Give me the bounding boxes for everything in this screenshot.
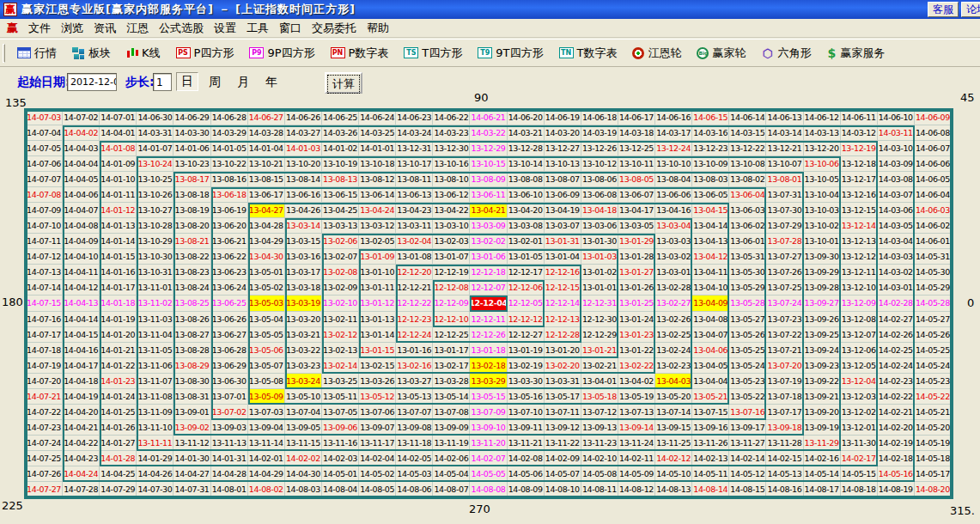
grid-cell[interactable]: 13-12-08 <box>841 312 878 327</box>
grid-cell[interactable]: 13-08-20 <box>173 218 210 234</box>
grid-cell[interactable]: 14-01-03 <box>285 141 322 156</box>
menu-item-gann[interactable]: 江恩 <box>121 19 154 38</box>
grid-cell[interactable]: 14-08-16 <box>766 482 803 497</box>
grid-cell[interactable]: 14-03-21 <box>508 125 545 141</box>
grid-cell[interactable]: 14-07-07 <box>26 172 63 187</box>
grid-cell[interactable]: 13-04-01 <box>581 374 618 389</box>
grid-cell[interactable]: 13-01-30 <box>581 234 618 249</box>
grid-cell[interactable]: 14-05-21 <box>915 405 952 420</box>
grid-cell[interactable]: 14-05-01 <box>322 466 359 482</box>
menu-item-help[interactable]: 帮助 <box>362 19 394 38</box>
grid-cell[interactable]: 14-08-14 <box>692 482 729 497</box>
grid-cell[interactable]: 14-03-13 <box>804 125 841 141</box>
grid-cell[interactable]: 13-11-02 <box>137 296 173 311</box>
grid-cell[interactable]: 13-05-06 <box>248 343 285 358</box>
toolbar-item-kline[interactable]: K线 <box>119 46 168 61</box>
grid-cell[interactable]: 14-06-24 <box>359 110 396 125</box>
grid-cell[interactable]: 14-04-22 <box>63 436 100 451</box>
grid-cell[interactable]: 13-06-23 <box>211 265 248 280</box>
grid-cell[interactable]: 13-12-23 <box>692 141 729 156</box>
forum-button[interactable]: 论坛 <box>961 2 980 17</box>
grid-cell[interactable]: 13-09-27 <box>804 296 841 311</box>
grid-cell[interactable]: 13-06-14 <box>359 187 396 203</box>
grid-cell[interactable]: 13-05-26 <box>729 327 766 343</box>
grid-cell[interactable]: 14-03-26 <box>322 125 359 141</box>
grid-cell[interactable]: 14-05-02 <box>359 466 396 482</box>
grid-cell[interactable]: 13-04-22 <box>433 203 470 218</box>
grid-cell[interactable]: 13-06-08 <box>581 187 618 203</box>
grid-cell[interactable]: 13-07-06 <box>359 405 396 420</box>
grid-cell[interactable]: 13-08-26 <box>173 312 210 327</box>
grid-cell[interactable]: 13-07-10 <box>508 405 545 420</box>
grid-cell[interactable]: 12-12-08 <box>433 280 470 296</box>
step-input[interactable] <box>153 73 172 91</box>
grid-cell[interactable]: 14-07-05 <box>26 141 63 156</box>
grid-cell[interactable]: 14-08-06 <box>396 482 433 497</box>
grid-cell[interactable]: 13-11-28 <box>766 436 803 451</box>
grid-cell[interactable]: 13-05-15 <box>470 389 507 405</box>
grid-cell[interactable]: 13-10-27 <box>137 203 173 218</box>
grid-cell[interactable]: 12-12-23 <box>396 312 433 327</box>
grid-cell[interactable]: 13-11-16 <box>322 436 359 451</box>
grid-cell[interactable]: 13-12-26 <box>581 141 618 156</box>
grid-cell[interactable]: 13-04-10 <box>692 280 729 296</box>
grid-cell[interactable]: 14-01-04 <box>248 141 285 156</box>
grid-cell[interactable]: 13-09-03 <box>211 420 248 436</box>
grid-cell[interactable]: 13-11-19 <box>433 436 470 451</box>
grid-cell[interactable]: 13-02-13 <box>322 343 359 358</box>
grid-cell[interactable]: 13-02-07 <box>322 249 359 265</box>
grid-cell[interactable]: 14-07-25 <box>26 451 63 466</box>
grid-cell[interactable]: 14-06-03 <box>915 203 952 218</box>
grid-cell[interactable]: 14-02-02 <box>285 451 322 466</box>
grid-cell[interactable]: 13-05-01 <box>248 265 285 280</box>
grid-cell[interactable]: 13-07-11 <box>545 405 581 420</box>
grid-cell[interactable]: 13-05-20 <box>655 389 692 405</box>
grid-cell[interactable]: 13-04-11 <box>692 265 729 280</box>
grid-cell[interactable]: 13-06-12 <box>433 187 470 203</box>
grid-cell[interactable]: 13-06-05 <box>692 187 729 203</box>
grid-cell[interactable]: 13-08-05 <box>618 172 655 187</box>
grid-cell[interactable]: 14-07-08 <box>26 187 63 203</box>
grid-cell[interactable]: 13-09-22 <box>804 374 841 389</box>
grid-cell[interactable]: 13-12-04 <box>841 374 878 389</box>
grid-cell[interactable]: 14-01-22 <box>100 358 137 374</box>
toolbar-item-winner-wheel[interactable]: Big赢家轮 <box>689 46 753 61</box>
grid-cell[interactable]: 13-08-07 <box>545 172 581 187</box>
grid-cell[interactable]: 13-05-22 <box>729 389 766 405</box>
grid-cell[interactable]: 13-07-18 <box>766 389 803 405</box>
grid-cell[interactable]: 13-03-05 <box>618 218 655 234</box>
grid-cell[interactable]: 14-05-12 <box>729 466 766 482</box>
grid-cell[interactable]: 14-03-02 <box>878 265 915 280</box>
grid-cell[interactable]: 13-03-11 <box>396 218 433 234</box>
grid-cell[interactable]: 13-10-21 <box>248 156 285 172</box>
grid-cell[interactable]: 12-12-05 <box>508 296 545 311</box>
grid-cell[interactable]: 14-05-13 <box>766 466 803 482</box>
grid-cell[interactable]: 13-10-23 <box>173 156 210 172</box>
grid-cell[interactable]: 13-03-07 <box>545 218 581 234</box>
grid-cell[interactable]: 14-05-22 <box>915 389 952 405</box>
grid-cell[interactable]: 14-02-27 <box>878 312 915 327</box>
grid-cell[interactable]: 13-10-25 <box>137 172 173 187</box>
grid-cell[interactable]: 13-02-24 <box>655 343 692 358</box>
grid-cell[interactable]: 14-03-16 <box>692 125 729 141</box>
grid-cell[interactable]: 14-02-24 <box>878 358 915 374</box>
grid-cell[interactable]: 13-09-17 <box>729 420 766 436</box>
grid-cell[interactable]: 13-08-30 <box>173 374 210 389</box>
grid-cell[interactable]: 14-01-01 <box>359 141 396 156</box>
grid-cell[interactable]: 14-01-06 <box>173 141 210 156</box>
grid-cell[interactable]: 14-05-04 <box>433 466 470 482</box>
grid-cell[interactable]: 13-01-08 <box>396 249 433 265</box>
grid-cell[interactable]: 13-01-10 <box>359 265 396 280</box>
grid-cell[interactable]: 14-05-27 <box>915 312 952 327</box>
grid-cell[interactable]: 13-08-29 <box>173 358 210 374</box>
grid-cell[interactable]: 14-04-28 <box>211 466 248 482</box>
grid-cell[interactable]: 14-08-13 <box>655 482 692 497</box>
grid-cell[interactable]: 13-09-30 <box>804 249 841 265</box>
grid-cell[interactable]: 14-02-13 <box>692 451 729 466</box>
grid-cell[interactable]: 14-01-31 <box>211 451 248 466</box>
start-date-input[interactable] <box>67 73 117 91</box>
grid-cell[interactable]: 14-02-21 <box>878 405 915 420</box>
grid-cell[interactable]: 13-12-31 <box>396 141 433 156</box>
grid-cell[interactable]: 13-10-24 <box>137 156 173 172</box>
grid-cell[interactable]: 13-11-13 <box>211 436 248 451</box>
